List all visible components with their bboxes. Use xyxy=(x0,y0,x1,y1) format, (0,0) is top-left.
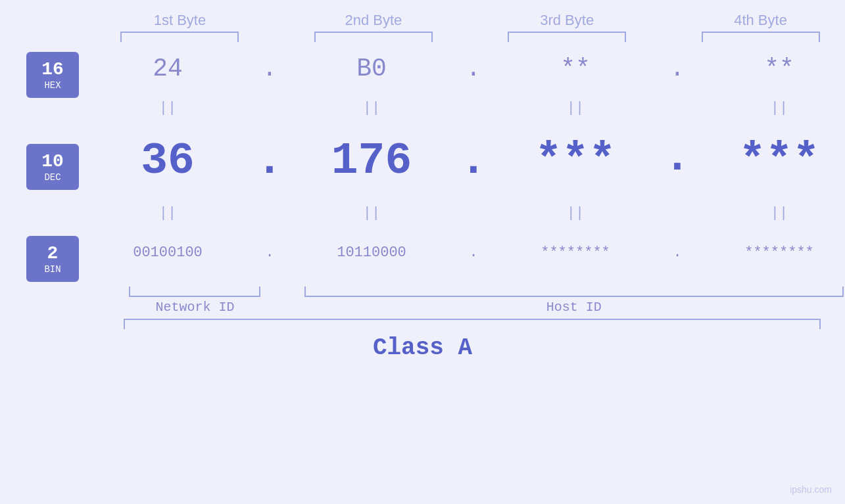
id-labels: Network ID Host ID xyxy=(0,300,845,315)
eq2-b2: || xyxy=(363,205,380,221)
hex-b1: 24 xyxy=(153,55,183,83)
bottom-brackets xyxy=(0,286,845,297)
top-brackets xyxy=(0,32,845,42)
hex-b2: B0 xyxy=(356,55,387,83)
bin-dot2: . xyxy=(469,244,477,261)
bin-b2: 10110000 xyxy=(337,244,406,261)
class-label-row: Class A xyxy=(0,334,845,361)
eq2-b1: || xyxy=(159,205,176,221)
bin-b1: 00100100 xyxy=(133,244,203,261)
dec-label: 10 DEC xyxy=(26,144,79,190)
byte2-header: 2nd Byte xyxy=(289,12,458,29)
eq-row2: || || || || xyxy=(79,200,845,226)
hex-b3: ** xyxy=(560,55,591,83)
rows-wrapper: 16 HEX 10 DEC 2 BIN xyxy=(0,42,845,285)
byte4-header: 4th Byte xyxy=(676,12,845,29)
eq1-b1: || xyxy=(159,100,176,116)
dec-dot2: . xyxy=(460,135,487,186)
base-labels-col: 16 HEX 10 DEC 2 BIN xyxy=(26,42,79,285)
dec-b4: *** xyxy=(739,135,819,186)
hex-dot3: . xyxy=(670,55,685,83)
byte1-header: 1st Byte xyxy=(95,12,264,29)
hex-row: 24 . B0 . ** . ** xyxy=(79,42,845,95)
host-id-label: Host ID xyxy=(546,300,602,315)
hex-b4: ** xyxy=(764,55,794,83)
eq2-b4: || xyxy=(771,205,788,221)
dec-row: 36 . 176 . *** . *** xyxy=(79,121,845,200)
eq1-b3: || xyxy=(567,100,584,116)
dec-dot1: . xyxy=(256,135,283,186)
class-label: Class A xyxy=(373,334,472,361)
main-container: 1st Byte 2nd Byte 3rd Byte 4th Byte xyxy=(0,0,845,504)
dec-b2: 176 xyxy=(331,135,412,186)
dec-dot3: . xyxy=(664,132,691,183)
watermark: ipshu.com xyxy=(790,484,832,495)
hex-dot1: . xyxy=(262,55,278,83)
eq1-b4: || xyxy=(771,100,788,116)
outer-bracket-row xyxy=(0,319,845,329)
bin-label: 2 BIN xyxy=(26,236,79,282)
bin-dot3: . xyxy=(673,244,681,261)
bin-b4: ******** xyxy=(744,244,814,261)
bin-row: 00100100 . 10110000 . ******** . xyxy=(79,226,845,279)
hex-dot2: . xyxy=(466,55,481,83)
network-id-label: Network ID xyxy=(155,300,234,315)
eq1-b2: || xyxy=(363,100,380,116)
byte3-header: 3rd Byte xyxy=(483,12,652,29)
byte-headers: 1st Byte 2nd Byte 3rd Byte 4th Byte xyxy=(0,0,845,29)
bin-dot1: . xyxy=(265,244,274,261)
data-rows: 24 . B0 . ** . ** xyxy=(79,42,845,285)
eq-row1: || || || || xyxy=(79,95,845,121)
dec-b3: *** xyxy=(535,135,616,186)
eq2-b3: || xyxy=(567,205,584,221)
bin-b3: ******** xyxy=(541,244,610,261)
dec-b1: 36 xyxy=(141,135,195,186)
hex-label: 16 HEX xyxy=(26,52,79,98)
